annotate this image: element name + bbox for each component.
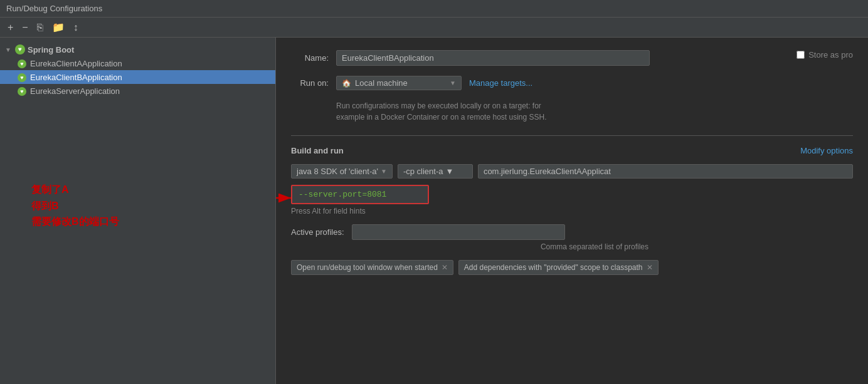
runon-row: Run on: 🏠 Local machine ▼ Manage targets…: [291, 76, 853, 90]
program-args-box[interactable]: --server.port=8081: [291, 185, 429, 204]
copy-button[interactable]: ⎘: [34, 21, 46, 34]
cp-value: -cp client-a: [403, 167, 443, 176]
tag-open-debug-label: Open run/debug tool window when started: [297, 263, 438, 272]
runon-select[interactable]: 🏠 Local machine ▼: [336, 76, 462, 90]
build-run-header: Build and run Modify options: [291, 146, 853, 155]
spring-boot-section[interactable]: ▼ ♥ Spring Boot: [0, 43, 275, 56]
app-icon-a: ♥: [18, 58, 28, 68]
store-as-row: Store as pro: [797, 50, 853, 60]
title-bar: Run/Debug Configurations: [0, 0, 868, 18]
annotation-text: 复制了A 得到B 需要修改B的端口号: [31, 182, 119, 230]
annotation-line-2: 得到B: [31, 198, 119, 214]
tree-item-eureka-b[interactable]: ♥ EurekaClientBApplication: [0, 70, 275, 84]
sdk-chevron-icon: ▼: [381, 168, 387, 175]
tree-item-label-server: EurekaServerApplication: [30, 86, 120, 96]
remove-button[interactable]: −: [19, 21, 30, 34]
tag-open-debug: Open run/debug tool window when started …: [291, 260, 453, 275]
name-label: Name:: [291, 53, 329, 63]
program-args-value: --server.port=8081: [299, 190, 386, 199]
annotation-line-3: 需要修改B的端口号: [31, 214, 119, 230]
folder-button[interactable]: 📁: [50, 21, 67, 34]
sdk-value: java 8 SDK of 'client-a': [297, 167, 378, 176]
store-as-text: Store as pro: [808, 50, 853, 60]
modify-options-link[interactable]: Modify options: [800, 146, 853, 155]
active-profiles-row: Active profiles:: [291, 224, 853, 240]
comma-hint: Comma separated list of profiles: [336, 242, 853, 251]
sdk-row: java 8 SDK of 'client-a' ▼ -cp client-a …: [291, 164, 853, 179]
tags-row: Open run/debug tool window when started …: [291, 260, 853, 275]
add-button[interactable]: +: [5, 21, 16, 34]
tag-add-dependencies-close[interactable]: ✕: [647, 263, 653, 272]
left-panel: ▼ ♥ Spring Boot ♥ EurekaClientAApplicati…: [0, 38, 276, 384]
runon-label: Run on:: [291, 78, 329, 88]
annotation-block: 复制了A 得到B 需要修改B的端口号: [31, 182, 119, 232]
tag-add-dependencies: Add dependencies with "provided" scope t…: [458, 260, 659, 275]
name-input[interactable]: [336, 50, 650, 66]
tree-item-eureka-server[interactable]: ♥ EurekaServerApplication: [0, 84, 275, 98]
program-args-section: --server.port=8081: [291, 185, 853, 204]
manage-targets-link[interactable]: Manage targets...: [469, 78, 532, 88]
tree-item-label-b: EurekaClientBApplication: [30, 73, 122, 82]
app-icon-server: ♥: [18, 86, 28, 96]
sdk-select[interactable]: java 8 SDK of 'client-a' ▼: [291, 164, 393, 179]
red-arrow-svg: [276, 189, 297, 207]
annotation-line-1: 复制了A: [31, 182, 119, 198]
spring-boot-label: Spring Boot: [28, 45, 74, 54]
runon-chevron-icon: ▼: [450, 80, 456, 86]
cp-select[interactable]: -cp client-a ▼: [398, 164, 473, 179]
tree-item-eureka-a[interactable]: ♥ EurekaClientAApplication: [0, 56, 275, 70]
runon-value: Local machine: [355, 78, 446, 88]
active-profiles-label: Active profiles:: [291, 227, 344, 237]
spring-boot-icon: ♥: [15, 44, 25, 54]
toolbar: + − ⎘ 📁 ↕: [0, 18, 868, 38]
right-panel: Store as pro Name: Run on: 🏠 Local machi…: [276, 38, 868, 384]
build-run-title: Build and run: [291, 146, 344, 155]
expand-icon: ▼: [5, 46, 13, 53]
tree-item-label-a: EurekaClientAApplication: [30, 59, 122, 68]
divider: [291, 135, 853, 136]
sort-button[interactable]: ↕: [71, 21, 81, 34]
tag-open-debug-close[interactable]: ✕: [442, 263, 448, 272]
description-text: Run configurations may be executed local…: [336, 100, 853, 123]
app-icon-b: ♥: [18, 72, 28, 82]
home-icon: 🏠: [342, 79, 351, 88]
store-as-checkbox[interactable]: [797, 51, 805, 59]
store-as-label[interactable]: Store as pro: [797, 50, 853, 60]
cp-chevron-icon: ▼: [445, 167, 453, 176]
tag-add-dependencies-label: Add dependencies with "provided" scope t…: [464, 263, 643, 272]
description-content: Run configurations may be executed local…: [336, 101, 547, 122]
field-hint: Press Alt for field hints: [291, 207, 853, 215]
main-layout: ▼ ♥ Spring Boot ♥ EurekaClientAApplicati…: [0, 38, 868, 384]
active-profiles-input[interactable]: [352, 224, 565, 240]
name-row: Name:: [291, 50, 853, 66]
title-text: Run/Debug Configurations: [6, 4, 102, 13]
main-class-input[interactable]: [478, 164, 853, 179]
